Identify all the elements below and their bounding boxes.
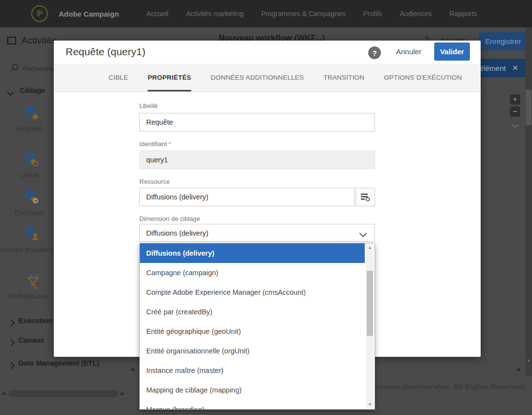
tool-exclusion[interactable]: Exclusion [0, 209, 59, 217]
dimension-dropdown-list: Diffusions (delivery) Campagne (campaign… [139, 243, 375, 410]
tab-donnees-additionnelles[interactable]: DONNÉES ADDITIONNELLES [211, 65, 304, 91]
sidebar-group-ciblage[interactable]: Ciblage [20, 87, 45, 94]
query-properties-modal: Requête (query1) ? Annuler Valider CIBLE… [54, 41, 481, 357]
identifiant-input: query1 [139, 151, 375, 169]
search-icon [9, 63, 20, 75]
chevron-down-icon [359, 230, 367, 238]
scroll-down-icon[interactable]: ▼ [366, 401, 374, 409]
modal-validate-button[interactable]: Valider [434, 43, 470, 61]
sidebar-horizontal-scrollbar[interactable] [8, 390, 119, 397]
tab-options-execution[interactable]: OPTIONS D'EXÉCUTION [384, 65, 462, 91]
libelle-label: Libellé [139, 102, 158, 109]
scroll-left-icon[interactable]: ◀ [1, 391, 5, 396]
canvas-scroll-right-icon[interactable]: ▶ [517, 366, 521, 372]
database-audience-icon [23, 226, 38, 242]
libelle-input[interactable]: Requête [139, 113, 375, 131]
scroll-right-icon[interactable]: ▶ [121, 391, 125, 396]
resource-picker-button[interactable] [355, 188, 375, 206]
chevron-down-icon [8, 88, 13, 97]
identifiant-value: query1 [146, 156, 168, 164]
sidebar-group-execution[interactable]: Exécution [19, 317, 52, 325]
tool-union[interactable]: Union [0, 171, 59, 179]
dimension-value: Diffusions (delivery) [146, 229, 208, 237]
sidebar-title: Activités [22, 35, 56, 46]
dropdown-option-master[interactable]: Instance maître (master) [140, 361, 365, 380]
dropdown-scrollbar-thumb[interactable] [367, 271, 373, 336]
canvas-vertical-scrollbar-thumb[interactable] [526, 89, 532, 125]
nav-item-audiences[interactable]: Audiences [400, 10, 432, 18]
modal-tab-bar: CIBLE PROPRIÉTÉS DONNÉES ADDITIONNELLES … [54, 65, 481, 92]
dropdown-option-created-by[interactable]: Créé par (createdBy) [140, 302, 365, 322]
canvas-scroll-down-icon[interactable]: ▼ [527, 358, 531, 363]
nav-item-accueil[interactable]: Accueil [146, 10, 168, 18]
required-asterisk: * [168, 140, 171, 148]
dropdown-scrollbar[interactable]: ▲ ▼ [366, 244, 374, 409]
dropdown-option-campagne[interactable]: Campagne (campaign) [140, 263, 365, 283]
dropdown-option-org-unit[interactable]: Entité organisationnelle (orgUnit) [140, 341, 365, 361]
brand-title: Adobe Campaign [59, 10, 119, 18]
nav-item-rapports[interactable]: Rapports [449, 10, 477, 18]
canvas-vertical-scrollbar[interactable] [525, 27, 532, 376]
modal-title: Requête (query1) [66, 46, 145, 58]
chevron-down-icon[interactable] [513, 120, 518, 129]
dropdown-option-diffusions[interactable]: Diffusions (delivery) [140, 243, 365, 263]
chevron-right-icon [9, 361, 14, 370]
modal-cancel-button[interactable]: Annuler [396, 47, 421, 56]
dimension-select[interactable]: Diffusions (delivery) [139, 224, 375, 242]
database-exclusion-icon [23, 189, 38, 206]
selection-bar-label: élément [480, 64, 506, 72]
sidebar-group-data-management[interactable]: Data Management (ETL) [19, 359, 99, 367]
help-icon[interactable]: ? [368, 46, 381, 59]
nav-menu: Accueil Activités marketing Programmes &… [146, 10, 477, 18]
canvas-scroll-left-icon[interactable]: ◀ [130, 366, 134, 372]
funnel-icon [26, 274, 41, 291]
tool-requete[interactable]: Requête [0, 125, 59, 132]
tool-deduplication[interactable]: Déduplication [0, 292, 59, 300]
adobe-campaign-logo-icon [31, 5, 48, 22]
dropdown-option-branding[interactable]: Marque (branding) [140, 400, 365, 410]
database-union-icon [23, 152, 38, 169]
identifiant-label: Identifiant* [139, 140, 171, 148]
sidebar-group-canaux[interactable]: Canaux [19, 336, 44, 344]
tab-transition[interactable]: TRANSITION [324, 65, 365, 91]
modal-header: Requête (query1) ? Annuler Valider [54, 41, 481, 65]
save-button[interactable]: Enregistrer [479, 32, 528, 50]
ressource-label: Ressource [139, 178, 170, 185]
tab-cible[interactable]: CIBLE [109, 65, 128, 91]
nav-item-activites-marketing[interactable]: Activités marketing [186, 10, 243, 18]
dropdown-option-geo-unit[interactable]: Entité géographique (geoUnit) [140, 322, 365, 341]
ressource-input[interactable]: Diffusions (delivery) [139, 188, 355, 206]
zoom-out-button[interactable]: − [510, 107, 520, 117]
chevron-right-icon [9, 319, 14, 328]
activities-panel-icon [7, 37, 16, 46]
top-nav: Adobe Campaign Accueil Activités marketi… [0, 0, 532, 27]
database-query-icon [23, 106, 38, 122]
nav-item-programmes-campagnes[interactable]: Programmes & Campagnes [261, 10, 346, 18]
libelle-value: Requête [146, 118, 173, 126]
zoom-in-button[interactable]: + [510, 94, 520, 105]
nav-item-profils[interactable]: Profils [363, 10, 382, 18]
dropdown-option-mapping[interactable]: Mapping de ciblage (mapping) [140, 380, 365, 400]
dimension-label: Dimension de ciblage [139, 215, 200, 222]
close-icon[interactable]: ✕ [512, 64, 518, 72]
dropdown-option-cms-account[interactable]: Compte Adobe Experience Manager (cmsAcco… [140, 283, 365, 302]
scroll-up-icon[interactable]: ▲ [366, 244, 374, 252]
ressource-value: Diffusions (delivery) [146, 193, 208, 201]
list-search-icon [360, 193, 370, 201]
tab-proprietes[interactable]: PROPRIÉTÉS [148, 65, 191, 91]
tool-lecture-audience[interactable]: Lecture d'audience [0, 246, 59, 254]
chevron-right-icon [9, 338, 14, 347]
